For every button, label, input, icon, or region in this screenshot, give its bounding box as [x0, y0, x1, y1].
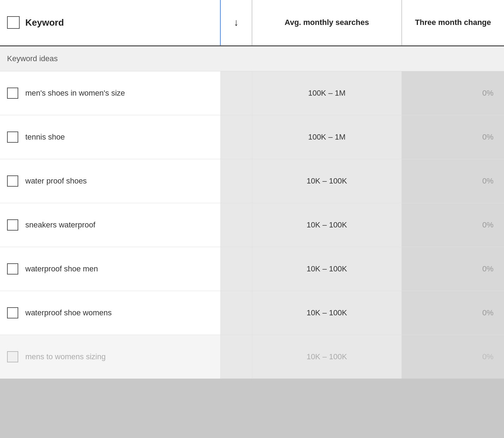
three-month-value-1: 0% [482, 133, 493, 141]
table-header: Keyword ↓ Avg. monthly searches Three mo… [0, 0, 504, 46]
sort-cell-4 [220, 247, 252, 291]
table-row: men's shoes in women's size 100K – 1M 0% [0, 71, 504, 115]
keyword-text-6: mens to womens sizing [25, 352, 106, 361]
searches-value-1: 100K – 1M [308, 133, 345, 141]
three-month-cell-1: 0% [402, 115, 504, 159]
keyword-cell-6: mens to womens sizing [0, 335, 220, 379]
searches-cell-1: 100K – 1M [252, 115, 402, 159]
three-month-cell-6: 0% [402, 335, 504, 379]
searches-column-header: Avg. monthly searches [252, 0, 402, 46]
three-month-value-4: 0% [482, 264, 493, 273]
keyword-text-4: waterproof shoe men [25, 264, 98, 273]
three-month-value-6: 0% [482, 352, 493, 361]
sort-cell-0 [220, 71, 252, 115]
keyword-ideas-label: Keyword ideas [0, 46, 504, 71]
searches-value-0: 100K – 1M [308, 89, 345, 97]
three-month-value-0: 0% [482, 89, 493, 97]
sort-cell-2 [220, 159, 252, 203]
row-checkbox-6 [7, 351, 18, 362]
searches-cell-4: 10K – 100K [252, 247, 402, 291]
sort-cell-1 [220, 115, 252, 159]
sort-cell-3 [220, 203, 252, 247]
row-checkbox-5[interactable] [7, 307, 18, 318]
searches-value-5: 10K – 100K [306, 308, 347, 317]
searches-cell-2: 10K – 100K [252, 159, 402, 203]
sort-column-header[interactable]: ↓ [220, 0, 252, 46]
three-month-column-header: Three month change [402, 0, 504, 46]
keyword-column-header: Keyword [0, 0, 220, 46]
three-month-cell-4: 0% [402, 247, 504, 291]
keyword-cell-5: waterproof shoe womens [0, 291, 220, 335]
keyword-cell-4: waterproof shoe men [0, 247, 220, 291]
keyword-cell-1: tennis shoe [0, 115, 220, 159]
row-checkbox-0[interactable] [7, 88, 18, 99]
keyword-ideas-section: Keyword ideas [0, 46, 504, 71]
table-row: sneakers waterproof 10K – 100K 0% [0, 203, 504, 247]
searches-cell-0: 100K – 1M [252, 71, 402, 115]
searches-cell-6: 10K – 100K [252, 335, 402, 379]
searches-cell-3: 10K – 100K [252, 203, 402, 247]
three-month-cell-5: 0% [402, 291, 504, 335]
three-month-header-label: Three month change [415, 18, 491, 27]
three-month-cell-2: 0% [402, 159, 504, 203]
searches-value-6: 10K – 100K [306, 352, 347, 361]
keyword-text-1: tennis shoe [25, 133, 65, 142]
table-row: tennis shoe 100K – 1M 0% [0, 115, 504, 159]
keyword-table: Keyword ↓ Avg. monthly searches Three mo… [0, 0, 504, 379]
three-month-value-3: 0% [482, 220, 493, 229]
table-row: waterproof shoe womens 10K – 100K 0% [0, 291, 504, 335]
keyword-cell-3: sneakers waterproof [0, 203, 220, 247]
keyword-cell-2: water proof shoes [0, 159, 220, 203]
three-month-cell-0: 0% [402, 71, 504, 115]
keyword-text-3: sneakers waterproof [25, 220, 95, 230]
three-month-cell-3: 0% [402, 203, 504, 247]
searches-value-4: 10K – 100K [306, 264, 347, 273]
keyword-text-5: waterproof shoe womens [25, 308, 112, 317]
keyword-text-2: water proof shoes [25, 176, 87, 186]
searches-header-label: Avg. monthly searches [285, 18, 369, 27]
select-all-checkbox[interactable] [7, 16, 20, 29]
row-checkbox-4[interactable] [7, 263, 18, 275]
keyword-header-label: Keyword [25, 17, 64, 28]
row-checkbox-1[interactable] [7, 131, 18, 143]
row-checkbox-2[interactable] [7, 175, 18, 187]
keyword-cell-0: men's shoes in women's size [0, 71, 220, 115]
searches-value-2: 10K – 100K [306, 176, 347, 185]
three-month-value-2: 0% [482, 176, 493, 185]
three-month-value-5: 0% [482, 308, 493, 317]
sort-cell-6 [220, 335, 252, 379]
table-row: water proof shoes 10K – 100K 0% [0, 159, 504, 203]
searches-value-3: 10K – 100K [306, 220, 347, 229]
table-row: waterproof shoe men 10K – 100K 0% [0, 247, 504, 291]
table-row: mens to womens sizing 10K – 100K 0% [0, 335, 504, 379]
keyword-text-0: men's shoes in women's size [25, 89, 125, 98]
sort-cell-5 [220, 291, 252, 335]
table-container: Keyword ↓ Avg. monthly searches Three mo… [0, 0, 504, 379]
searches-cell-5: 10K – 100K [252, 291, 402, 335]
row-checkbox-3[interactable] [7, 219, 18, 231]
sort-arrow-icon: ↓ [234, 17, 239, 28]
